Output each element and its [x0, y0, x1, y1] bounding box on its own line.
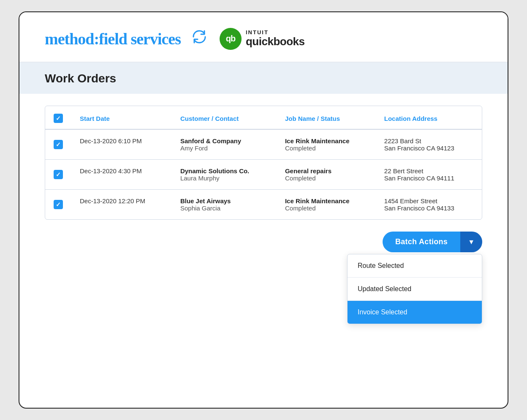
- table-row: Dec-13-2020 6:10 PM Sanford & Company Am…: [45, 129, 482, 160]
- job-status: Completed: [285, 175, 367, 182]
- customer-name: Sanford & Company: [180, 137, 268, 145]
- content-area: Start Date Customer / Contact Job Name /…: [19, 94, 508, 269]
- app-window: method:field services qb INTUIT quickboo…: [19, 11, 508, 409]
- batch-actions-button[interactable]: Batch Actions: [383, 232, 460, 252]
- job-status: Completed: [285, 205, 367, 212]
- row-job: General repairs Completed: [277, 160, 376, 190]
- batch-actions-area: Batch Actions ▼ Route SelectedUpdated Se…: [45, 232, 482, 252]
- page-title: Work Orders: [45, 72, 482, 85]
- customer-contact: Amy Ford: [180, 145, 268, 152]
- job-name: General repairs: [285, 167, 367, 175]
- row-job: Ice Rink Maintenance Completed: [277, 190, 376, 220]
- sync-icon: [190, 27, 209, 50]
- batch-actions-dropdown-toggle[interactable]: ▼: [460, 232, 482, 252]
- start-date-header: Start Date: [71, 106, 172, 129]
- dropdown-item-0[interactable]: Route Selected: [348, 254, 482, 278]
- quickbooks-logo: qb INTUIT quickbooks: [220, 28, 304, 50]
- chevron-down-icon: ▼: [468, 238, 475, 246]
- select-all-checkbox[interactable]: [54, 114, 63, 123]
- qb-text-block: INTUIT quickbooks: [246, 30, 304, 48]
- job-status: Completed: [285, 145, 367, 152]
- location-line1: 2223 Bard St: [384, 137, 473, 145]
- location-header: Location Address: [376, 106, 482, 129]
- row-checkbox-cell[interactable]: [45, 190, 71, 220]
- batch-btn-group: Batch Actions ▼ Route SelectedUpdated Se…: [383, 232, 482, 252]
- intuit-label: INTUIT: [246, 30, 304, 35]
- quickbooks-label: quickbooks: [246, 35, 304, 48]
- row-job: Ice Rink Maintenance Completed: [277, 129, 376, 160]
- table-row: Dec-13-2020 12:20 PM Blue Jet Airways So…: [45, 190, 482, 220]
- customer-header: Customer / Contact: [172, 106, 277, 129]
- customer-name: Blue Jet Airways: [180, 197, 268, 205]
- row-checkbox-0[interactable]: [54, 140, 63, 149]
- qb-circle-icon: qb: [220, 28, 242, 50]
- row-customer: Blue Jet Airways Sophia Garcia: [172, 190, 277, 220]
- row-location: 22 Bert Street San Francisco CA 94111: [376, 160, 482, 190]
- table-row: Dec-13-2020 4:30 PM Dynamic Solutions Co…: [45, 160, 482, 190]
- batch-actions-dropdown: Route SelectedUpdated SelectedInvoice Se…: [347, 254, 482, 324]
- row-start-date: Dec-13-2020 4:30 PM: [71, 160, 172, 190]
- location-line2: San Francisco CA 94123: [384, 145, 473, 152]
- customer-name: Dynamic Solutions Co.: [180, 167, 268, 175]
- work-orders-table-wrapper: Start Date Customer / Contact Job Name /…: [45, 106, 482, 220]
- job-name: Ice Rink Maintenance: [285, 137, 367, 145]
- job-name: Ice Rink Maintenance: [285, 197, 367, 205]
- location-line1: 1454 Ember Street: [384, 197, 473, 205]
- work-orders-table: Start Date Customer / Contact Job Name /…: [45, 106, 482, 219]
- row-customer: Dynamic Solutions Co. Laura Murphy: [172, 160, 277, 190]
- location-line1: 22 Bert Street: [384, 167, 473, 175]
- row-location: 1454 Ember Street San Francisco CA 94133: [376, 190, 482, 220]
- dropdown-item-2[interactable]: Invoice Selected: [348, 301, 482, 324]
- method-logo: method:field services: [45, 30, 181, 48]
- row-location: 2223 Bard St San Francisco CA 94123: [376, 129, 482, 160]
- app-header: method:field services qb INTUIT quickboo…: [19, 12, 508, 63]
- logo-field-text: field services: [99, 30, 181, 48]
- row-start-date: Dec-13-2020 12:20 PM: [71, 190, 172, 220]
- row-customer: Sanford & Company Amy Ford: [172, 129, 277, 160]
- row-checkbox-cell[interactable]: [45, 129, 71, 160]
- table-header-row: Start Date Customer / Contact Job Name /…: [45, 106, 482, 129]
- location-line2: San Francisco CA 94111: [384, 175, 473, 182]
- row-checkbox-2[interactable]: [54, 200, 63, 209]
- customer-contact: Laura Murphy: [180, 175, 268, 182]
- location-line2: San Francisco CA 94133: [384, 205, 473, 212]
- row-checkbox-cell[interactable]: [45, 160, 71, 190]
- row-start-date: Dec-13-2020 6:10 PM: [71, 129, 172, 160]
- dropdown-item-1[interactable]: Updated Selected: [348, 278, 482, 301]
- customer-contact: Sophia Garcia: [180, 205, 268, 212]
- row-checkbox-1[interactable]: [54, 170, 63, 179]
- logo-method-text: method:: [45, 30, 99, 48]
- job-header: Job Name / Status: [277, 106, 376, 129]
- page-title-bar: Work Orders: [19, 63, 508, 94]
- select-all-header[interactable]: [45, 106, 71, 129]
